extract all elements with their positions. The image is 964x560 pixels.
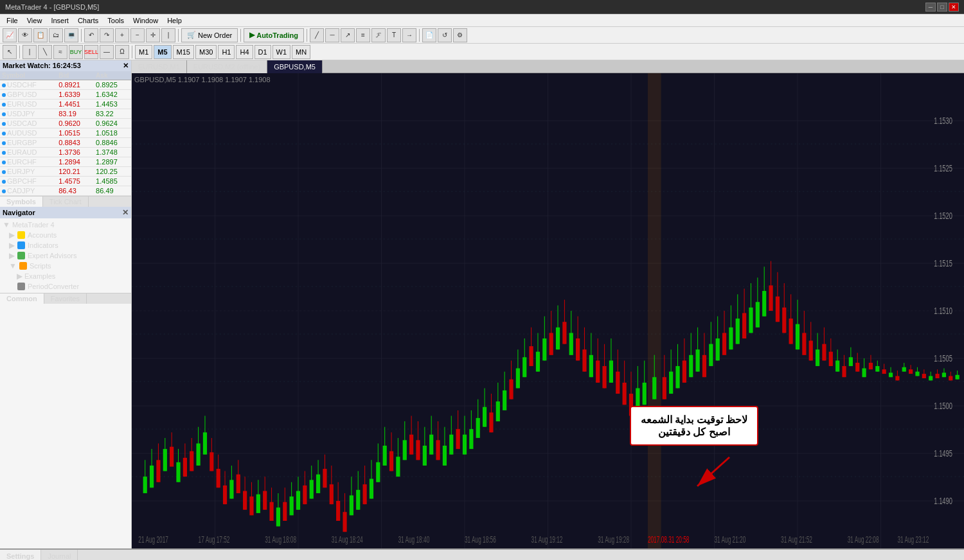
minimize-button[interactable]: ─ [925,3,936,12]
tf-m1[interactable]: M1 [135,45,152,59]
svg-rect-44 [196,444,200,466]
arrow-icon[interactable]: → [402,28,416,42]
format-icon[interactable]: Ω [115,45,129,59]
nav-expert-advisors[interactable]: ▶ Expert Advisors [1,250,130,261]
cursor-icon[interactable]: ↖ [3,45,17,59]
tf-m15[interactable]: M15 [173,45,194,59]
new-chart-icon[interactable]: 📈 [3,28,17,42]
market-watch-row[interactable]: GBPCHF 1.4575 1.4585 [0,177,131,186]
line-icon[interactable]: ╱ [310,28,324,42]
zoom-in-icon[interactable]: + [115,28,129,42]
menu-tools[interactable]: Tools [103,15,128,26]
data-window-icon[interactable]: 📋 [33,28,48,42]
market-watch-row[interactable]: USDJPY 83.19 83.22 [0,109,131,119]
market-watch-row[interactable]: EURAUD 1.3736 1.3748 [0,148,131,157]
new-order-button[interactable]: 🛒 New Order [181,28,238,42]
market-watch-row[interactable]: EURUSD 1.4451 1.4453 [0,100,131,109]
tf-h4[interactable]: H4 [236,45,253,59]
nav-scripts[interactable]: ▼ Scripts [1,261,130,271]
market-watch-row[interactable]: EURJPY 120.21 120.25 [0,167,131,177]
nav-accounts[interactable]: ▶ Accounts [1,230,130,240]
fibo-icon[interactable]: 𝓕 [371,28,386,42]
market-watch-row[interactable]: USDCHF 0.8921 0.8925 [0,80,131,90]
svg-rect-259 [915,372,919,376]
tester-tabs: Settings Journal [0,550,964,560]
maximize-button[interactable]: □ [937,3,947,12]
mw-bid: 1.4451 [57,100,94,109]
nav-examples[interactable]: ▶ Examples [1,271,130,281]
menu-insert[interactable]: Insert [47,15,73,26]
nav-root[interactable]: ▼ MetaTrader 4 [1,220,130,230]
navigator-close[interactable]: ✕ [122,208,129,217]
svg-rect-100 [383,446,387,466]
terminal-icon[interactable]: 💻 [64,28,78,42]
navigator-icon[interactable]: 🗂 [49,28,63,42]
line-draw-icon[interactable]: | [22,45,37,59]
autotrading-icon: ▶ [249,31,254,39]
market-watch-row[interactable]: USDCAD 0.9620 0.9624 [0,119,131,128]
menu-charts[interactable]: Charts [74,15,102,26]
nav-period-converter[interactable]: PeriodConverter [1,281,130,292]
chart-tab-eurusd-m1[interactable]: EURUSD,M1 [132,60,187,73]
market-watch-row[interactable]: CADJPY 86.43 86.49 [0,186,131,196]
sep4 [307,29,307,42]
tf-m5[interactable]: M5 [154,45,171,59]
text-icon[interactable]: T [387,28,401,42]
crosshair-icon[interactable]: ✛ [146,28,160,42]
mw-bid: 1.6339 [57,90,94,100]
svg-rect-235 [835,360,839,371]
menu-window[interactable]: Window [129,15,162,26]
svg-rect-94 [362,484,366,504]
svg-rect-54 [229,480,233,498]
chart-tab-eurusd-m2[interactable]: EURUSD,M2 (offline) [187,60,267,73]
nav-tree: ▼ MetaTrader 4 ▶ Accounts ▶ Indicators ▶… [0,218,131,293]
undo-icon[interactable]: ↶ [84,28,98,42]
nav-indicators[interactable]: ▶ Indicators [1,240,130,250]
tf-h1[interactable]: H1 [218,45,235,59]
tab-common[interactable]: Common [0,293,44,304]
period-sep-icon[interactable]: | [161,28,175,42]
settings-icon[interactable]: ⚙ [453,28,467,42]
svg-rect-247 [875,366,879,372]
market-watch-row[interactable]: EURCHF 1.2894 1.2897 [0,157,131,167]
menu-help[interactable]: Help [163,15,186,26]
draw2-icon[interactable]: ╲ [38,45,52,59]
menu-file[interactable]: File [3,15,22,26]
tab-tick-chart[interactable]: Tick Chart [43,197,89,207]
mw-ask: 86.49 [94,186,131,196]
market-watch-row[interactable]: AUDUSD 1.0515 1.0518 [0,128,131,138]
mw-ask: 83.22 [94,109,131,119]
zoom-out-icon[interactable]: − [130,28,145,42]
svg-rect-50 [217,469,220,487]
market-watch-icon[interactable]: 👁 [18,28,32,42]
chart-tab-gbpusd-m5[interactable]: GBPUSD,M5 [267,60,323,73]
tab-favorites[interactable]: Favorites [44,293,87,304]
tf-mn[interactable]: MN [292,45,310,59]
svg-rect-160 [582,349,586,371]
tf-m30[interactable]: M30 [195,45,217,59]
buy-icon[interactable]: BUY [69,45,83,59]
refresh-icon[interactable]: ↺ [438,28,452,42]
template-icon[interactable]: 📄 [422,28,436,42]
market-watch-row[interactable]: EURGBP 0.8843 0.8846 [0,138,131,148]
redo-icon[interactable]: ↷ [100,28,114,42]
menu-view[interactable]: View [23,15,46,26]
channel-icon[interactable]: ≡ [356,28,370,42]
sell-icon[interactable]: SELL [84,45,98,59]
market-watch-row[interactable]: GBPUSD 1.6339 1.6342 [0,90,131,100]
hline-icon[interactable]: ─ [325,28,339,42]
trend-icon[interactable]: ↗ [341,28,355,42]
close-button[interactable]: ✕ [949,3,959,12]
stopline-icon[interactable]: — [100,45,114,59]
svg-rect-116 [436,440,440,460]
tf-w1[interactable]: W1 [272,45,291,59]
tab-symbols[interactable]: Symbols [0,197,43,207]
tab-journal[interactable]: Journal [41,550,78,560]
mw-ask: 1.2897 [94,157,131,167]
tf-d1[interactable]: D1 [254,45,271,59]
tab-settings[interactable]: Settings [0,550,41,560]
draw3-icon[interactable]: ≈ [53,45,67,59]
mw-close[interactable]: ✕ [123,62,129,70]
autotrading-button[interactable]: ▶ AutoTrading [244,28,304,42]
sep3 [240,29,241,42]
